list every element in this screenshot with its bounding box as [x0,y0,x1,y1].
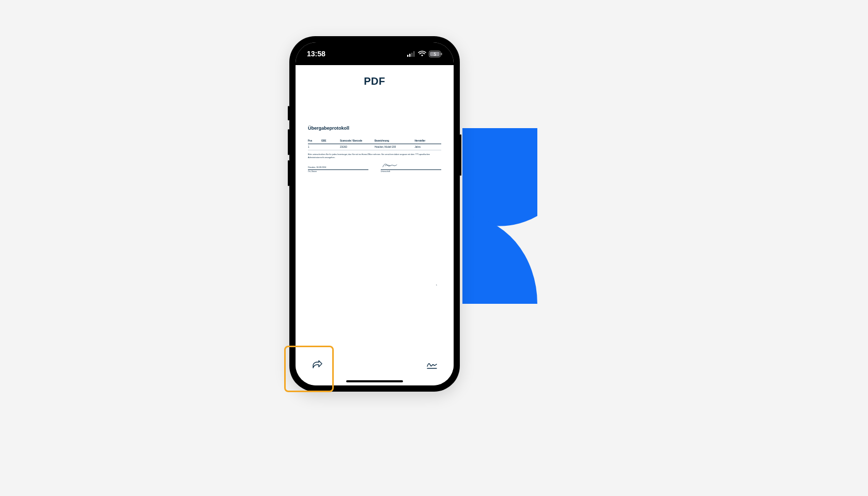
pdf-page: Übergabeprotokoll Pos GBE Scancode / Bar… [308,126,441,173]
cellular-icon [407,51,415,57]
signature-mark-icon [382,162,397,169]
col-hersteller: Hersteller [414,139,441,144]
svg-rect-5 [441,53,442,55]
signature-line-left: Dresden, 04.03.2024 [308,163,368,170]
col-bezeichnung: Bezeichnung [375,139,414,144]
phone-volume-up [288,129,289,155]
app-header: PDF [296,65,454,95]
page-title: PDF [296,75,454,87]
brand-decoration [462,128,537,304]
cell-bezeichnung: Headset, Modell 200 [375,144,414,150]
sign-button[interactable] [424,358,440,374]
svg-rect-0 [407,55,409,57]
wifi-icon [418,51,426,57]
page-number: 1 [436,284,437,286]
document-note: Bitte unterschreiben Sie für jedes Inven… [308,153,441,159]
battery-level-text: 5 [433,51,436,56]
col-gbe: GBE [321,139,340,144]
svg-rect-2 [411,53,413,57]
share-button[interactable] [309,358,326,374]
signature-right-label: Unterschrift [381,171,441,173]
table-header-row: Pos GBE Scancode / Barcode Bezeichnung H… [308,139,441,144]
signature-left-value: Dresden, 04.03.2024 [308,166,326,169]
phone-silent-switch [288,106,289,120]
table-row: 1 23/263 Headset, Modell 200 Jabra [308,144,441,150]
share-icon [312,360,323,372]
signature-row: Dresden, 04.03.2024 Ort, Datum [308,163,441,173]
svg-rect-1 [409,54,411,57]
signature-block-right: Unterschrift [381,163,441,173]
signature-left-label: Ort, Datum [308,171,368,173]
signature-block-left: Dresden, 04.03.2024 Ort, Datum [308,163,368,173]
cell-pos: 1 [308,144,321,150]
app-content: PDF Übergabeprotokoll Pos GBE Scancode /… [296,65,454,385]
svg-rect-3 [413,51,415,57]
signature-icon [426,360,438,371]
cell-hersteller: Jabra [414,144,441,150]
document-title: Übergabeprotokoll [308,126,441,132]
items-table: Pos GBE Scancode / Barcode Bezeichnung H… [308,139,441,151]
col-pos: Pos [308,139,321,144]
phone-screen: 13:58 [296,42,454,385]
document-viewport[interactable]: Übergabeprotokoll Pos GBE Scancode / Bar… [296,95,454,350]
signature-line-right [381,163,441,170]
cell-scancode: 23/263 [340,144,375,150]
phone-volume-down [288,160,289,186]
cell-gbe [321,144,340,150]
status-indicators: 5 [407,51,442,57]
phone-frame: 13:58 [289,36,460,392]
home-indicator[interactable] [346,380,403,382]
dynamic-island [350,48,399,62]
status-time: 13:58 [307,50,326,58]
phone-power-button [460,134,461,176]
col-scancode: Scancode / Barcode [340,139,375,144]
battery-icon: 5 [429,51,442,57]
